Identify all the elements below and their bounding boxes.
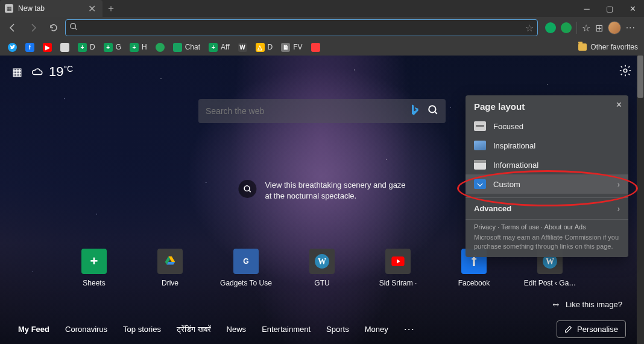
personalise-button[interactable]: Personalise: [557, 320, 626, 338]
svg-text:W: W: [318, 256, 326, 266]
bookmark-item[interactable]: [154, 42, 166, 53]
bookmark-item[interactable]: +H: [128, 42, 149, 53]
quick-link-label: Drive: [162, 279, 178, 287]
quick-link-label: Edit Post ‹ Ga…: [524, 279, 576, 287]
bookmark-item[interactable]: +D: [76, 42, 97, 53]
maximize-icon[interactable]: ▢: [598, 0, 621, 17]
page-layout-option-info[interactable]: Informational: [466, 155, 628, 174]
ntp-search-input[interactable]: [206, 106, 409, 116]
layout-thumb-icon: [474, 179, 486, 189]
bookmark-item[interactable]: ▶: [41, 42, 54, 53]
feed-nav-item[interactable]: Entertainment: [262, 325, 311, 334]
toolbar: ☆ ☆ ⊞ ···: [0, 17, 644, 39]
vertical-scrollbar[interactable]: [637, 56, 644, 344]
favorite-star-icon[interactable]: ☆: [525, 22, 534, 34]
layout-thumb-icon: [474, 141, 486, 150]
quick-link[interactable]: WGTU: [295, 249, 349, 287]
page-layout-option-focused[interactable]: Focused: [466, 116, 628, 136]
quick-link-label: Gadgets To Use: [220, 279, 272, 287]
like-image-link[interactable]: ⤢ Like this image?: [553, 300, 622, 309]
feed-nav-item[interactable]: Coronavirus: [65, 325, 107, 334]
sheets-icon: +: [78, 43, 87, 52]
terms-link[interactable]: Terms of use: [501, 223, 539, 231]
drive-icon: △: [256, 43, 265, 52]
quick-link[interactable]: Drive: [144, 249, 197, 287]
bookmark-item[interactable]: +Aff: [207, 42, 231, 53]
bookmark-label: FV: [293, 43, 302, 51]
bookmark-item[interactable]: [58, 42, 71, 53]
popover-close-icon[interactable]: ✕: [613, 98, 625, 112]
address-input[interactable]: [81, 24, 525, 33]
quick-link[interactable]: Sid Sriram ·: [371, 249, 425, 287]
other-favorites[interactable]: Other favorites: [578, 43, 638, 51]
page-layout-option-label: Informational: [493, 161, 538, 170]
like-image-label: Like this image?: [566, 300, 622, 309]
layout-thumb-icon: [474, 160, 486, 170]
privacy-link[interactable]: Privacy: [474, 223, 496, 231]
image-caption: View this breathtaking scenery and gazea…: [238, 180, 405, 201]
bookmark-item[interactable]: W: [236, 42, 249, 53]
window-controls: ─ ▢ ✕: [575, 0, 644, 17]
circle-icon: [156, 43, 165, 52]
bookmark-label: H: [142, 43, 147, 51]
bookmark-item[interactable]: [309, 42, 322, 53]
feed-nav-item[interactable]: Sports: [326, 325, 349, 334]
bookmark-item[interactable]: f: [24, 42, 36, 53]
page-layout-option-insp[interactable]: Inspirational: [466, 136, 628, 155]
titlebar: ▦ New tab ✕ ＋ ─ ▢ ✕: [0, 0, 644, 17]
feed-nav-item[interactable]: Top stories: [123, 325, 161, 334]
extension-green-icon[interactable]: [561, 22, 572, 33]
search-submit-icon[interactable]: [428, 104, 438, 118]
bookmark-item[interactable]: 🗎FV: [279, 42, 304, 53]
advanced-row[interactable]: Advanced ›: [466, 197, 628, 219]
page-layout-popover: ✕ Page layout FocusedInspirationalInform…: [466, 95, 628, 257]
apps-grid-icon[interactable]: ▦: [12, 65, 22, 78]
forward-icon[interactable]: [24, 19, 42, 37]
feed-nav-item[interactable]: News: [227, 325, 247, 334]
bookmark-label: Chat: [185, 43, 200, 51]
bookmark-label: D: [90, 43, 95, 51]
feed-more-icon[interactable]: ···: [404, 323, 415, 336]
browser-tab[interactable]: ▦ New tab ✕: [0, 0, 103, 17]
settings-gear-icon[interactable]: [619, 64, 632, 80]
chevron-right-icon: ›: [617, 180, 620, 189]
address-bar[interactable]: ☆: [65, 19, 538, 36]
facebook-icon: f: [25, 43, 34, 52]
close-tab-icon[interactable]: ✕: [87, 4, 96, 13]
minimize-icon[interactable]: ─: [575, 0, 598, 17]
feed-nav-item[interactable]: Money: [365, 325, 388, 334]
profile-avatar[interactable]: [608, 21, 621, 34]
about-ads-link[interactable]: About our Ads: [545, 223, 586, 231]
menu-more-icon[interactable]: ···: [626, 22, 636, 33]
quick-link-tile: +: [81, 249, 107, 274]
feed-nav-item[interactable]: My Feed: [18, 325, 49, 334]
page-layout-option-custom[interactable]: Custom›: [466, 174, 628, 194]
caption-search-icon[interactable]: [238, 180, 256, 198]
extension-grammarly-icon[interactable]: [545, 22, 556, 33]
bookmark-label: G: [116, 43, 121, 51]
quick-link[interactable]: GGadgets To Use: [219, 249, 273, 287]
feed-nav-item[interactable]: ट्रेंडिंग खबरें: [177, 325, 211, 334]
refresh-icon[interactable]: [45, 19, 63, 37]
bookmark-item[interactable]: [6, 42, 19, 53]
bookmark-item[interactable]: +G: [102, 42, 123, 53]
search-icon: [69, 22, 78, 33]
temperature-value: 19°C: [49, 64, 73, 80]
new-tab-button[interactable]: ＋: [103, 0, 119, 17]
collections-icon[interactable]: ⊞: [595, 22, 603, 34]
tab-favicon: ▦: [5, 4, 13, 13]
expand-icon: ⤢: [551, 299, 561, 310]
bookmark-item[interactable]: △D: [254, 42, 275, 53]
new-tab-page: ▦ 19°C View this breathtaking scenery an…: [0, 56, 644, 344]
quick-link[interactable]: +Sheets: [68, 249, 121, 287]
close-window-icon[interactable]: ✕: [621, 0, 644, 17]
affiliate-disclaimer: Microsoft may earn an Affiliate Commissi…: [474, 233, 620, 251]
bookmark-item[interactable]: Chat: [171, 42, 202, 53]
weather-widget[interactable]: 19°C: [31, 64, 73, 80]
popover-title: Page layout: [466, 101, 628, 116]
ntp-search-bar[interactable]: [198, 99, 446, 123]
back-icon[interactable]: [4, 19, 22, 37]
favorites-star-icon[interactable]: ☆: [582, 22, 590, 34]
quick-link-tile: [157, 249, 183, 274]
twitter-icon: [8, 43, 17, 52]
